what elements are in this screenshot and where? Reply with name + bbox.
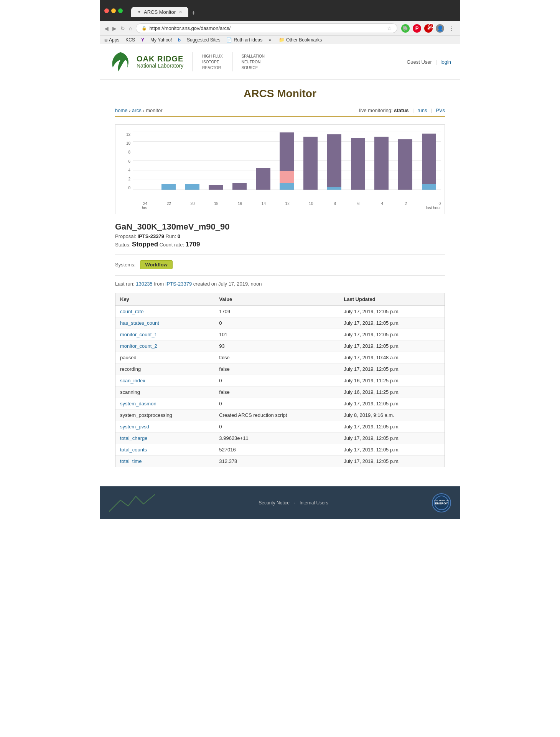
x-label-2: -2 xyxy=(393,202,417,210)
internal-users-link[interactable]: Internal Users xyxy=(300,500,328,506)
table-cell-updated: July 8, 2019, 9:16 a.m. xyxy=(339,410,445,421)
table-cell-updated: July 16, 2019, 11:25 p.m. xyxy=(339,387,445,398)
bar-group-7 xyxy=(299,132,323,190)
close-button[interactable] xyxy=(104,8,109,13)
bar-group-1 xyxy=(157,132,181,190)
x-label-24: -24hrs xyxy=(133,202,156,210)
table-cell-key[interactable]: monitor_count_1 xyxy=(115,329,214,340)
ext-icon-red[interactable]: ■ 2 xyxy=(424,24,433,33)
bar-group-12 xyxy=(417,132,441,190)
count-rate-value: 1709 xyxy=(186,241,200,248)
x-label-22: -22 xyxy=(156,202,180,210)
breadcrumb-home[interactable]: home xyxy=(115,107,128,113)
bookmark-suggested[interactable]: b xyxy=(178,38,181,42)
table-cell-updated: July 17, 2019, 12:05 p.m. xyxy=(339,433,445,444)
reload-button[interactable]: ↻ xyxy=(120,25,125,31)
minimize-button[interactable] xyxy=(111,8,116,13)
home-button[interactable]: ⌂ xyxy=(129,25,132,31)
new-tab-button[interactable]: + xyxy=(191,9,196,17)
x-label-12: -12 xyxy=(275,202,299,210)
table-cell-key[interactable]: total_charge xyxy=(115,433,214,444)
star-icon[interactable]: ☆ xyxy=(387,25,392,31)
table-row: recordingfalseJuly 17, 2019, 12:05 p.m. xyxy=(115,364,445,375)
table-cell-key[interactable]: scan_index xyxy=(115,375,214,387)
mountain-svg xyxy=(109,492,155,512)
bookmarks-more-button[interactable]: » xyxy=(268,37,271,43)
breadcrumb-arcs[interactable]: arcs xyxy=(132,107,142,113)
table-cell-value: false xyxy=(214,387,339,398)
x-label-10: -10 xyxy=(298,202,322,210)
y-label-6: 6 xyxy=(128,159,130,164)
table-cell-key[interactable]: total_time xyxy=(115,456,214,467)
live-sep-2: | xyxy=(431,107,433,113)
tab-bar: ✦ ARCS Monitor ✕ + xyxy=(127,4,456,17)
x-label-4: -4 xyxy=(370,202,394,210)
workflow-badge[interactable]: Workflow xyxy=(140,260,172,269)
bookmark-kcs[interactable]: KCS xyxy=(125,37,135,43)
bookmark-kcs-label: KCS xyxy=(125,37,135,43)
bookmark-yahoo-label[interactable]: My Yahoo! xyxy=(150,37,172,43)
address-bar[interactable]: 🔒 https://monitor.sns.gov/dasmon/arcs/ ☆ xyxy=(136,23,397,33)
run-details: Proposal: IPTS-23379 Run: 0 xyxy=(115,233,445,239)
doe-emblem: U.S. DEPT OF ENERGY xyxy=(434,495,449,511)
table-cell-updated: July 17, 2019, 12:05 p.m. xyxy=(339,444,445,456)
table-row: total_time312.378July 17, 2019, 12:05 p.… xyxy=(115,456,445,467)
table-cell-value: false xyxy=(214,364,339,375)
table-cell-key[interactable]: has_states_count xyxy=(115,317,214,329)
bookmark-apps[interactable]: ⊞ Apps xyxy=(104,37,119,43)
y-axis: 0 2 4 6 8 10 12 xyxy=(119,132,133,190)
live-monitoring-pvs[interactable]: PVs xyxy=(436,107,445,113)
evernote-icon[interactable]: 🐘 xyxy=(401,24,410,33)
main-content: ARCS Monitor home › arcs › monitor live … xyxy=(100,80,460,486)
title-bar: ✦ ARCS Monitor ✕ + xyxy=(100,0,460,21)
bar-group-2 xyxy=(180,132,204,190)
profile-icon[interactable]: 👤 xyxy=(436,24,444,33)
table-cell-key: paused xyxy=(115,352,214,364)
login-link[interactable]: login xyxy=(441,59,451,65)
breadcrumb-row: home › arcs › monitor live monitoring: s… xyxy=(115,107,445,117)
table-cell-key[interactable]: system_dasmon xyxy=(115,398,214,410)
table-row: total_charge3.99623e+11July 17, 2019, 12… xyxy=(115,433,445,444)
footer-doe: U.S. DEPT OF ENERGY xyxy=(432,493,451,512)
last-run-proposal[interactable]: IPTS-23379 xyxy=(165,281,192,287)
table-cell-key[interactable]: total_counts xyxy=(115,444,214,456)
table-cell-key[interactable]: system_pvsd xyxy=(115,421,214,433)
forward-button[interactable]: ▶ xyxy=(112,25,117,31)
table-cell-key[interactable]: monitor_count_2 xyxy=(115,340,214,352)
last-run-number[interactable]: 130235 xyxy=(136,281,152,287)
table-row: pausedfalseJuly 17, 2019, 10:48 a.m. xyxy=(115,352,445,364)
bookmark-yahoo[interactable]: Y xyxy=(141,37,144,43)
table-row: has_states_count0July 17, 2019, 12:05 p.… xyxy=(115,317,445,329)
breadcrumb: home › arcs › monitor xyxy=(115,107,163,113)
security-notice-link[interactable]: Security Notice xyxy=(259,500,290,506)
maximize-button[interactable] xyxy=(118,8,123,13)
y-label-12: 12 xyxy=(126,132,130,137)
yahoo-label: My Yahoo! xyxy=(150,37,172,43)
tab-close-icon[interactable]: ✕ xyxy=(179,10,182,15)
table-cell-key: scanning xyxy=(115,387,214,398)
bar-group-11 xyxy=(394,132,417,190)
bookmark-suggested-label[interactable]: Suggested Sites xyxy=(187,37,220,43)
header-auth: Guest User | login xyxy=(407,59,451,65)
menu-icon[interactable]: ⋮ xyxy=(447,24,456,33)
table-cell-key[interactable]: count_rate xyxy=(115,306,214,317)
pinterest-icon[interactable]: P xyxy=(413,24,421,33)
data-table-container: Key Value Last Updated count_rate1709Jul… xyxy=(115,293,445,467)
live-monitoring-runs[interactable]: runs xyxy=(417,107,427,113)
bookmarks-bar: ⊞ Apps KCS Y My Yahoo! b Suggested Sites… xyxy=(100,35,460,44)
tab-favicon: ✦ xyxy=(137,10,141,15)
last-run-created: created on July 17, 2019, noon xyxy=(193,281,262,287)
table-body: count_rate1709July 17, 2019, 12:05 p.m.h… xyxy=(115,306,445,467)
last-run-info: Last run: 130235 from IPTS-23379 created… xyxy=(115,281,445,287)
bookmark-ruth-label: Ruth art ideas xyxy=(234,37,262,43)
back-button[interactable]: ◀ xyxy=(104,25,109,31)
table-cell-value: 0 xyxy=(214,317,339,329)
address-bar-row: ◀ ▶ ↻ ⌂ 🔒 https://monitor.sns.gov/dasmon… xyxy=(100,21,460,35)
bookmark-other[interactable]: 📁 Other Bookmarks xyxy=(279,37,322,43)
active-tab[interactable]: ✦ ARCS Monitor ✕ xyxy=(131,7,188,17)
site-footer: Security Notice · Internal Users U.S. DE… xyxy=(100,486,460,519)
table-cell-value: 0 xyxy=(214,375,339,387)
bar-group-10 xyxy=(370,132,394,190)
bookmark-ruth[interactable]: 📄 Ruth art ideas xyxy=(226,37,262,43)
systems-label: Systems: xyxy=(115,262,135,268)
